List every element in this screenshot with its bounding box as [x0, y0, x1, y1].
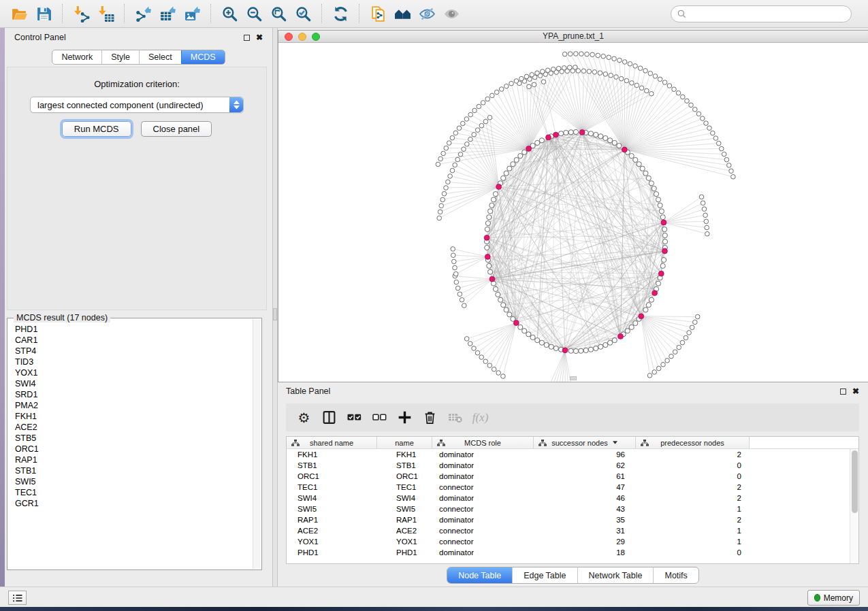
- tab-network-table[interactable]: Network Table: [577, 567, 654, 583]
- table-cell: PHD1: [287, 548, 377, 557]
- deselect-all-button[interactable]: [367, 406, 392, 429]
- column-header-name[interactable]: name: [377, 437, 432, 448]
- mcds-result-item[interactable]: FKH1: [15, 411, 261, 422]
- window-minimize-icon[interactable]: [298, 33, 306, 41]
- mcds-result-item[interactable]: STB5: [15, 433, 261, 444]
- canvas-resize-handle[interactable]: [570, 376, 577, 380]
- mcds-result-item[interactable]: ACE2: [15, 422, 261, 433]
- delete-columns-button[interactable]: [417, 406, 443, 429]
- open-button[interactable]: [7, 3, 31, 24]
- mcds-result-item[interactable]: GCR1: [15, 498, 261, 509]
- table-cell: dominator: [432, 450, 534, 459]
- export-table-button[interactable]: [155, 3, 180, 24]
- table-row[interactable]: ORC1ORC1dominator610: [287, 471, 858, 482]
- table-row[interactable]: SWI4SWI4dominator462: [287, 493, 858, 503]
- column-header-predecessor-nodes[interactable]: predecessor nodes: [636, 437, 750, 448]
- table-row[interactable]: STB1STB1dominator620: [287, 460, 858, 471]
- show-columns-button[interactable]: [317, 406, 342, 429]
- tab-network[interactable]: Network: [52, 50, 101, 64]
- float-window-icon[interactable]: [840, 389, 846, 395]
- zoom-selected-button[interactable]: [291, 3, 315, 24]
- tab-style[interactable]: Style: [101, 50, 139, 64]
- mcds-result-item[interactable]: PMA2: [15, 400, 261, 411]
- network-window-titlebar[interactable]: YPA_prune.txt_1: [278, 31, 868, 43]
- mcds-result-item[interactable]: YOX1: [15, 367, 261, 378]
- first-neighbors-button[interactable]: [390, 3, 415, 24]
- table-mode-gear-button[interactable]: ⚙: [291, 406, 317, 429]
- mcds-result-item[interactable]: STP4: [15, 346, 261, 357]
- close-icon[interactable]: ✖: [256, 34, 263, 41]
- close-panel-button[interactable]: Close panel: [141, 121, 212, 137]
- network-window-title: YPA_prune.txt_1: [278, 31, 868, 42]
- optimization-criterion-label: Optimization criterion:: [7, 79, 266, 89]
- network-canvas[interactable]: [278, 44, 868, 382]
- result-scrollbar[interactable]: [253, 319, 261, 569]
- refresh-button[interactable]: [328, 3, 353, 24]
- select-all-button[interactable]: [342, 406, 367, 429]
- table-cell: TEC1: [287, 483, 377, 491]
- tab-select[interactable]: Select: [139, 50, 181, 64]
- mcds-result-item[interactable]: ORC1: [15, 444, 261, 455]
- table-cell: 0: [636, 548, 750, 557]
- tab-mcds[interactable]: MCDS: [181, 50, 225, 64]
- mcds-result-item[interactable]: SRD1: [15, 389, 261, 400]
- import-table-button[interactable]: [93, 3, 118, 24]
- mcds-result-item[interactable]: STB1: [15, 465, 261, 476]
- window-close-icon[interactable]: [285, 33, 293, 41]
- new-network-from-selection-button[interactable]: [366, 3, 390, 24]
- import-network-button[interactable]: [69, 3, 93, 24]
- search-box[interactable]: [671, 5, 852, 22]
- table-row[interactable]: PHD1PHD1dominator180: [287, 547, 858, 558]
- table-scrollbar[interactable]: [850, 449, 858, 563]
- mcds-result-item[interactable]: RAP1: [15, 455, 261, 465]
- create-column-button[interactable]: [392, 406, 417, 429]
- tab-node-table[interactable]: Node Table: [447, 567, 512, 583]
- zoom-fit-button[interactable]: [266, 3, 291, 24]
- save-button[interactable]: [31, 3, 56, 24]
- memory-button[interactable]: Memory: [807, 590, 860, 606]
- mcds-result-item[interactable]: CAR1: [15, 335, 261, 346]
- table-row[interactable]: TEC1TEC1connector472: [287, 482, 858, 493]
- table-row[interactable]: ACE2ACE2connector311: [287, 525, 858, 536]
- network-graph[interactable]: [278, 44, 868, 382]
- criterion-value: largest connected component (undirected): [37, 100, 204, 110]
- table-cell: ORC1: [377, 472, 432, 480]
- show-panels-button[interactable]: [8, 591, 27, 605]
- zoom-out-button[interactable]: [242, 3, 266, 24]
- hide-selected-button[interactable]: [415, 3, 439, 24]
- mcds-result-item[interactable]: TEC1: [15, 487, 261, 498]
- splitter-handle[interactable]: [273, 308, 277, 320]
- column-header-shared-name[interactable]: shared name: [287, 437, 377, 448]
- table-row[interactable]: YOX1YOX1connector291: [287, 536, 858, 547]
- deselect-all-icon: [372, 410, 387, 425]
- table-scrollbar-thumb[interactable]: [852, 450, 858, 513]
- column-header-MCDS-role[interactable]: MCDS role: [432, 437, 534, 448]
- column-group-icon: [291, 440, 300, 446]
- criterion-select[interactable]: largest connected component (undirected): [30, 97, 244, 113]
- export-network-icon: [135, 5, 152, 22]
- toolbar-separator: [210, 4, 211, 23]
- column-header-successor-nodes[interactable]: successor nodes: [534, 437, 636, 448]
- export-network-button[interactable]: [131, 3, 155, 24]
- float-window-icon[interactable]: [244, 35, 250, 41]
- panel-splitter[interactable]: [272, 28, 278, 587]
- search-input[interactable]: [686, 7, 851, 21]
- table-cell: YOX1: [287, 538, 377, 546]
- table-toolbar: ⚙f(x): [286, 403, 859, 431]
- table-row[interactable]: FKH1FKH1dominator962: [287, 449, 858, 460]
- zoom-in-button[interactable]: [217, 3, 242, 24]
- mcds-result-item[interactable]: TID3: [15, 357, 261, 367]
- mcds-result-item[interactable]: SWI4: [15, 378, 261, 389]
- run-mcds-button[interactable]: Run MCDS: [62, 121, 131, 137]
- table-row[interactable]: SWI5SWI5connector431: [287, 503, 858, 514]
- toolbar-separator: [321, 4, 322, 23]
- mcds-result-item[interactable]: SWI5: [15, 476, 261, 487]
- export-image-button[interactable]: [180, 3, 204, 24]
- show-all-button[interactable]: [439, 3, 464, 24]
- tab-motifs[interactable]: Motifs: [653, 567, 698, 583]
- mcds-result-item[interactable]: PHD1: [15, 324, 261, 335]
- tab-edge-table[interactable]: Edge Table: [512, 567, 577, 583]
- table-row[interactable]: RAP1RAP1dominator352: [287, 514, 858, 525]
- window-maximize-icon[interactable]: [312, 33, 320, 41]
- close-icon[interactable]: ✖: [852, 388, 859, 395]
